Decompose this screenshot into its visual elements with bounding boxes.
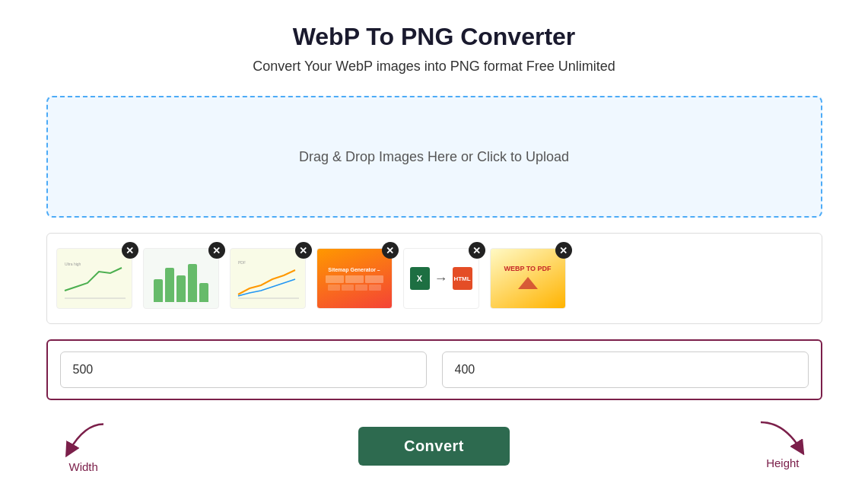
thumbnail-item: ✕ Ultra high xyxy=(56,248,132,309)
svg-marker-4 xyxy=(518,277,538,289)
thumb-preview-6: WEBP TO PDF xyxy=(490,248,566,309)
width-field-group xyxy=(60,351,427,388)
thumbnail-item: ✕ Sitemap Generator – xyxy=(316,248,393,309)
height-label: Height xyxy=(766,456,799,469)
thumbnail-item: ✕ PDF xyxy=(230,248,306,309)
width-input[interactable] xyxy=(60,351,427,388)
drop-zone[interactable]: Drag & Drop Images Here or Click to Uplo… xyxy=(46,96,822,218)
dimensions-section xyxy=(46,339,822,400)
thumb-preview-5: X → HTML xyxy=(403,248,479,309)
remove-thumb-4-button[interactable]: ✕ xyxy=(382,242,399,259)
height-arrow-icon xyxy=(753,418,806,456)
page-subtitle: Convert Your WebP images into PNG format… xyxy=(253,59,615,75)
width-label: Width xyxy=(69,460,98,473)
width-arrow-icon xyxy=(62,418,115,460)
drop-zone-text: Drag & Drop Images Here or Click to Uplo… xyxy=(299,149,569,165)
remove-thumb-6-button[interactable]: ✕ xyxy=(555,242,572,259)
remove-thumb-5-button[interactable]: ✕ xyxy=(469,242,485,259)
remove-thumb-3-button[interactable]: ✕ xyxy=(295,242,312,259)
thumbnails-container: ✕ Ultra high ✕ ✕ PDF xyxy=(46,233,822,324)
remove-thumb-2-button[interactable]: ✕ xyxy=(208,242,225,259)
page-title: WebP To PNG Converter xyxy=(293,23,576,51)
thumbnail-item: ✕ WEBP TO PDF xyxy=(490,248,566,309)
labels-row: Width Convert Height xyxy=(46,418,822,473)
thumb-preview-2 xyxy=(143,248,219,309)
thumb-preview-1: Ultra high xyxy=(56,248,132,309)
remove-thumb-1-button[interactable]: ✕ xyxy=(122,242,138,259)
thumb-preview-4: Sitemap Generator – xyxy=(316,248,393,309)
svg-text:Ultra high: Ultra high xyxy=(65,262,81,266)
thumbnail-item: ✕ xyxy=(143,248,219,309)
bottom-row: Width Convert Height xyxy=(46,418,822,473)
svg-text:PDF: PDF xyxy=(238,260,246,265)
height-field-group xyxy=(442,351,809,388)
convert-button[interactable]: Convert xyxy=(358,427,510,466)
height-input[interactable] xyxy=(442,351,809,388)
thumbnail-item: ✕ X → HTML xyxy=(403,248,479,309)
thumb-preview-3: PDF xyxy=(230,248,306,309)
